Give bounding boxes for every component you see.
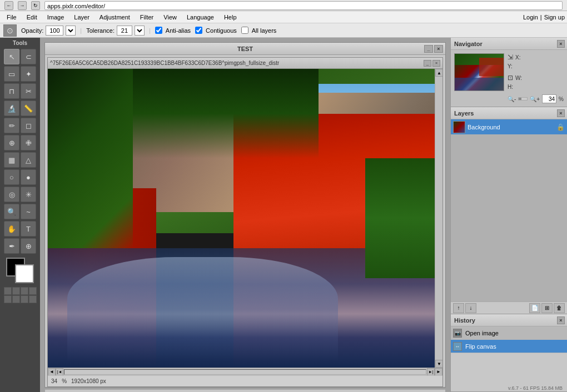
options-toolbar: ⊙ Opacity: 100 ▼ | Tolerance: ▼ | Anti-a… bbox=[0, 23, 567, 38]
menu-edit[interactable]: Edit bbox=[22, 13, 42, 22]
anti-alias-checkbox[interactable] bbox=[155, 27, 162, 34]
menu-bar: File Edit Image Layer Adjustment Filter … bbox=[0, 11, 567, 23]
active-tool-icon[interactable]: ⊙ bbox=[3, 24, 17, 37]
menu-adjustment[interactable]: Adjustment bbox=[95, 13, 135, 22]
ruler-tool[interactable]: 📏 bbox=[21, 100, 36, 116]
scroll-right-button[interactable]: ► bbox=[435, 368, 442, 376]
forward-button[interactable]: → bbox=[18, 1, 27, 10]
marquee-tool[interactable]: ▭ bbox=[4, 66, 19, 82]
menu-view[interactable]: View bbox=[159, 13, 181, 22]
history-list: 📷 Open image ↔ Flip canvas bbox=[451, 326, 567, 353]
duplicate-layer-button[interactable]: ⊞ bbox=[541, 303, 553, 313]
magic-wand-tool[interactable]: ✦ bbox=[21, 66, 36, 82]
signup-link[interactable]: Sign up bbox=[544, 14, 565, 21]
preset-7[interactable] bbox=[21, 295, 28, 303]
sharpen-tool[interactable]: ✳ bbox=[21, 187, 36, 202]
horizontal-scrollbar[interactable]: ◄ |◄ ►| ► bbox=[48, 368, 442, 375]
history-open-icon: 📷 bbox=[453, 329, 462, 338]
scroll-right2-button[interactable]: ►| bbox=[427, 368, 435, 376]
layers-move-up-button[interactable]: ↑ bbox=[453, 303, 464, 313]
sub-document-titlebar: ^75F26E6A5C6CA5DB26DA8251C193339BC1BB4BF… bbox=[48, 58, 442, 69]
navigator-coords: ⇲ X: Y: ⊡ W: H: bbox=[508, 53, 564, 103]
history-close-button[interactable]: × bbox=[557, 316, 565, 324]
main-status-bar: 85 % 288x246 px bbox=[45, 389, 445, 392]
history-item-open[interactable]: 📷 Open image bbox=[451, 326, 567, 340]
menu-filter[interactable]: Filter bbox=[136, 13, 158, 22]
layers-panel: Layers × Background 🔒 ↑ ↓ 📄 ⊞ bbox=[451, 107, 567, 314]
color-swatches bbox=[6, 258, 34, 283]
scroll-up-button[interactable]: ▲ bbox=[435, 69, 442, 77]
pen-tool[interactable]: ✒ bbox=[4, 238, 19, 254]
image-canvas[interactable] bbox=[48, 69, 435, 368]
tolerance-dropdown[interactable]: ▼ bbox=[135, 26, 145, 36]
menu-file[interactable]: File bbox=[2, 13, 21, 22]
close-button[interactable]: × bbox=[434, 45, 443, 53]
menu-language[interactable]: Language bbox=[182, 13, 218, 22]
tolerance-input[interactable] bbox=[117, 26, 132, 36]
smudge-tool[interactable]: ~ bbox=[21, 204, 36, 219]
preset-5[interactable] bbox=[4, 295, 12, 303]
eyedropper-tool[interactable]: 🔬 bbox=[4, 100, 19, 116]
background-color[interactable] bbox=[15, 264, 34, 283]
minimize-button[interactable]: _ bbox=[424, 45, 433, 53]
url-bar[interactable]: apps.pixlr.com/editor/ bbox=[44, 1, 563, 10]
menu-layer[interactable]: Layer bbox=[69, 13, 94, 22]
layers-move-down-button[interactable]: ↓ bbox=[465, 303, 476, 313]
preset-3[interactable] bbox=[21, 287, 28, 295]
tools-title: Tools bbox=[13, 40, 27, 46]
back-button[interactable]: ← bbox=[4, 1, 13, 10]
text-tool[interactable]: T bbox=[21, 221, 36, 237]
layers-list: Background 🔒 bbox=[451, 119, 567, 301]
lock-icon: 🔒 bbox=[556, 123, 565, 131]
burn-tool[interactable]: ● bbox=[21, 169, 36, 185]
y-label: Y: bbox=[508, 63, 513, 69]
zoom-slider[interactable] bbox=[518, 97, 528, 100]
blur-tool[interactable]: ◎ bbox=[4, 187, 19, 202]
vertical-scrollbar[interactable]: ▲ ▼ bbox=[435, 69, 442, 368]
opacity-dropdown[interactable]: ▼ bbox=[66, 26, 76, 36]
refresh-button[interactable]: ↻ bbox=[31, 1, 40, 10]
zoom-tool[interactable]: 🔍 bbox=[4, 204, 19, 219]
navigator-close-button[interactable]: × bbox=[557, 40, 565, 48]
layer-name: Background bbox=[467, 124, 554, 130]
scroll-left-button[interactable]: ◄ bbox=[48, 368, 56, 376]
zoom-tool-2[interactable]: ⊕ bbox=[21, 238, 36, 254]
contiguous-checkbox[interactable] bbox=[195, 27, 202, 34]
layers-close-button[interactable]: × bbox=[557, 109, 565, 117]
zoom-out-icon[interactable]: 🔍- bbox=[508, 96, 516, 102]
gradient-tool[interactable]: ▦ bbox=[4, 152, 19, 168]
brush-tool[interactable]: ✏ bbox=[4, 118, 19, 133]
new-layer-button[interactable]: 📄 bbox=[529, 303, 540, 313]
clone-tool[interactable]: ⊕ bbox=[4, 135, 19, 150]
hand-tool[interactable]: ✋ bbox=[4, 221, 19, 237]
move-tool[interactable]: ↖ bbox=[4, 49, 19, 64]
slice-tool[interactable]: ✂ bbox=[21, 83, 36, 99]
scroll-down-button[interactable]: ▼ bbox=[435, 360, 442, 368]
paint-bucket-tool[interactable]: △ bbox=[21, 152, 36, 168]
menu-image[interactable]: Image bbox=[43, 13, 69, 22]
crop-tool[interactable]: ⊓ bbox=[4, 83, 19, 99]
preset-2[interactable] bbox=[12, 287, 20, 295]
lasso-tool[interactable]: ⊂ bbox=[21, 49, 36, 64]
dodge-tool[interactable]: ○ bbox=[4, 169, 19, 185]
opacity-input[interactable]: 100 bbox=[46, 26, 63, 36]
preset-8[interactable] bbox=[29, 295, 37, 303]
sub-close-button[interactable]: × bbox=[432, 60, 440, 67]
sub-minimize-button[interactable]: _ bbox=[424, 60, 431, 67]
login-link[interactable]: Login bbox=[523, 14, 538, 21]
tools-panel: Tools ↖ ⊂ ▭ ✦ ⊓ ✂ 🔬 📏 ✏ ◻ ⊕ ✙ ▦ △ bbox=[0, 38, 40, 392]
layer-thumbnail bbox=[453, 121, 465, 133]
menu-help[interactable]: Help bbox=[220, 13, 241, 22]
preset-4[interactable] bbox=[29, 287, 37, 295]
delete-layer-button[interactable]: 🗑 bbox=[554, 303, 565, 313]
preset-1[interactable] bbox=[4, 287, 12, 295]
preset-6[interactable] bbox=[12, 295, 20, 303]
zoom-input[interactable]: 34 bbox=[542, 94, 556, 103]
healing-tool[interactable]: ✙ bbox=[21, 135, 36, 150]
layer-item[interactable]: Background 🔒 bbox=[451, 119, 567, 135]
history-item-flip[interactable]: ↔ Flip canvas bbox=[451, 340, 567, 353]
eraser-tool[interactable]: ◻ bbox=[21, 118, 36, 133]
zoom-in-icon[interactable]: 🔍+ bbox=[530, 96, 540, 102]
scroll-left2-button[interactable]: |◄ bbox=[56, 368, 63, 376]
all-layers-checkbox[interactable] bbox=[241, 27, 248, 34]
